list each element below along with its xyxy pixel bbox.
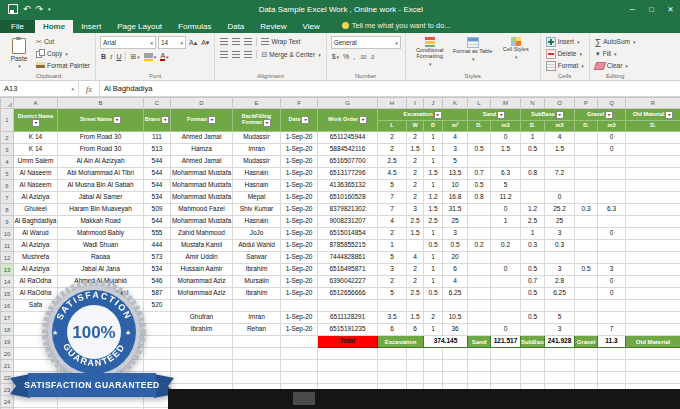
row-header-1[interactable]: 1 xyxy=(1,109,14,132)
sheet-cell[interactable]: 1-Sep-20 xyxy=(281,240,318,252)
sheet-cell[interactable]: K 14 xyxy=(14,144,58,156)
sheet-cell[interactable]: 2 xyxy=(407,276,424,288)
sheet-cell[interactable]: 3 xyxy=(545,324,575,336)
sheet-cell[interactable] xyxy=(626,132,680,144)
sheet-cell[interactable] xyxy=(598,180,626,192)
sheet-cell[interactable]: 5884542116 xyxy=(318,144,378,156)
sheet-cell[interactable] xyxy=(626,288,680,300)
tab-view[interactable]: View xyxy=(295,20,328,33)
sheet-cell[interactable]: 2.5 xyxy=(407,216,424,228)
sheet-cell[interactable] xyxy=(521,180,545,192)
sheet-cell[interactable]: 6 xyxy=(378,324,407,336)
sheet-cell[interactable]: Imran xyxy=(233,144,281,156)
sheet-cell[interactable]: Jabal Al Jana xyxy=(58,264,144,276)
sheet-cell[interactable]: 3 xyxy=(545,228,575,240)
sheet-cell[interactable] xyxy=(318,300,378,312)
sheet-cell[interactable]: 0.5 xyxy=(424,240,443,252)
sheet-cell[interactable] xyxy=(626,312,680,324)
sheet-cell[interactable]: 5 xyxy=(378,252,407,264)
sheet-cell[interactable] xyxy=(424,372,443,384)
sheet-cell[interactable] xyxy=(468,252,491,264)
sheet-cell[interactable] xyxy=(468,372,491,384)
sheet-cell[interactable]: 20 xyxy=(443,252,468,264)
font-color-button[interactable]: A▾ xyxy=(159,51,169,62)
sheet-cell[interactable] xyxy=(468,204,491,216)
sheet-cell[interactable] xyxy=(626,180,680,192)
sheet-cell[interactable]: 1-Sep-20 xyxy=(281,288,318,300)
sheet-cell[interactable]: 1.5 xyxy=(424,168,443,180)
sheet-cell[interactable]: 7444828861 xyxy=(318,252,378,264)
summary-label[interactable]: Gravel xyxy=(575,336,598,348)
sheet-cell[interactable]: Mahmood Bably xyxy=(58,228,144,240)
sheet-cell[interactable] xyxy=(575,180,598,192)
sheet-cell[interactable] xyxy=(468,324,491,336)
sheet-cell[interactable] xyxy=(575,372,598,384)
sheet-cell[interactable]: Mohammad Mustafa xyxy=(171,216,233,228)
filter-icon[interactable]: ▾ xyxy=(113,116,121,124)
sheet-cell[interactable] xyxy=(171,336,233,348)
filter-icon[interactable]: ▾ xyxy=(556,111,564,119)
sheet-cell[interactable]: 2 xyxy=(424,312,443,324)
sheet-cell[interactable] xyxy=(468,132,491,144)
sheet-cell[interactable] xyxy=(575,300,598,312)
tab-formulas[interactable]: Formulas xyxy=(170,20,219,33)
sheet-cell[interactable]: 0.5 xyxy=(468,180,491,192)
sheet-cell[interactable]: 6.25 xyxy=(545,288,575,300)
sheet-cell[interactable] xyxy=(171,360,233,372)
row-header-8[interactable]: 8 xyxy=(1,204,14,216)
sheet-cell[interactable]: 534 xyxy=(144,192,171,204)
sheet-cell[interactable] xyxy=(233,336,281,348)
sheet-cell[interactable]: Mohammad Aziz xyxy=(171,288,233,300)
sheet-cell[interactable]: 1-Sep-20 xyxy=(281,276,318,288)
sheet-cell[interactable] xyxy=(626,168,680,180)
sheet-cell[interactable]: 4 xyxy=(378,216,407,228)
font-size-select[interactable]: 14▾ xyxy=(158,36,186,49)
sheet-cell[interactable]: Abi Mohammad Al Tibri xyxy=(58,168,144,180)
sheet-cell[interactable]: 4 xyxy=(443,132,468,144)
sheet-cell[interactable] xyxy=(545,180,575,192)
sheet-cell[interactable]: Sarwar xyxy=(233,252,281,264)
sheet-cell[interactable]: 3 xyxy=(545,264,575,276)
sheet-cell[interactable]: 1 xyxy=(424,276,443,288)
sheet-cell[interactable]: 6511245944 xyxy=(318,132,378,144)
sheet-cell[interactable]: Mudassir xyxy=(233,132,281,144)
row-header-6[interactable]: 6 xyxy=(1,180,14,192)
sheet-cell[interactable]: Mohammad Mustafa xyxy=(171,168,233,180)
sheet-cell[interactable] xyxy=(626,252,680,264)
cell-styles-button[interactable]: Cell Styles ▾ xyxy=(496,36,536,67)
sheet-cell[interactable]: 5 xyxy=(378,288,407,300)
summary-value[interactable]: 241.928 xyxy=(545,336,575,348)
sheet-cell[interactable] xyxy=(281,372,318,384)
sheet-cell[interactable]: 0.3 xyxy=(575,204,598,216)
sheet-cell[interactable] xyxy=(521,252,545,264)
header-group-cell[interactable]: Sand▾ xyxy=(468,109,521,121)
header-group-cell[interactable]: Gravel▾ xyxy=(575,109,626,121)
sheet-cell[interactable]: Al Aziziya xyxy=(14,240,58,252)
row-header-7[interactable]: 7 xyxy=(1,192,14,204)
increase-decimal-button[interactable]: .00 xyxy=(358,51,367,62)
sheet-cell[interactable]: 1.5 xyxy=(407,228,424,240)
sheet-cell[interactable] xyxy=(575,132,598,144)
fill-button[interactable]: ▼Fill▾ xyxy=(594,48,637,59)
close-button[interactable]: ✕ xyxy=(661,0,680,18)
sheet-cell[interactable]: Ibrahim xyxy=(171,324,233,336)
column-header-D[interactable]: D xyxy=(171,98,233,109)
sheet-cell[interactable] xyxy=(491,288,521,300)
font-name-select[interactable]: Arial▾ xyxy=(100,36,156,49)
sheet-cell[interactable]: Ghuleel xyxy=(14,204,58,216)
sheet-cell[interactable] xyxy=(598,372,626,384)
sheet-cell[interactable]: 1-Sep-20 xyxy=(281,264,318,276)
sheet-cell[interactable] xyxy=(424,360,443,372)
align-middle-button[interactable] xyxy=(231,36,241,47)
column-header-B[interactable]: B xyxy=(58,98,144,109)
fill-color-button[interactable]: ▾ xyxy=(143,51,158,62)
header-group-cell[interactable]: Old Material▾ xyxy=(626,109,680,121)
sheet-cell[interactable]: Mohammad Mustafa xyxy=(171,180,233,192)
sheet-cell[interactable]: 6.3 xyxy=(598,204,626,216)
sheet-cell[interactable]: Mushrefa xyxy=(14,252,58,264)
summary-label[interactable]: SubBase xyxy=(521,336,545,348)
sheet-cell[interactable] xyxy=(545,372,575,384)
sheet-cell[interactable]: Shiv Kumar xyxy=(233,204,281,216)
autosum-button[interactable]: ∑AutoSum▾ xyxy=(594,36,637,47)
sheet-cell[interactable] xyxy=(575,156,598,168)
